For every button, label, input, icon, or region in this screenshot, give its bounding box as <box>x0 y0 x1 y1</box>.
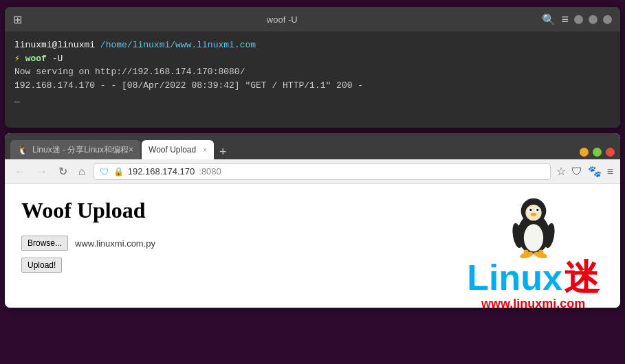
browser-traffic-lights <box>580 148 615 159</box>
tab-inactive-label: Linux迷 - 分享Linux和编程× <box>32 144 133 156</box>
browser-tabbar: 🐧 Linux迷 - 分享Linux和编程× Woof Upload × + <box>5 133 620 159</box>
tab-close-icon[interactable]: × <box>203 146 207 154</box>
website-url: www.linuxmi.com <box>481 297 585 308</box>
browser-tab-inactive[interactable]: 🐧 Linux迷 - 分享Linux和编程× <box>10 140 140 159</box>
terminal-titlebar: ⊞ woof -U 🔍 ≡ <box>5 7 620 32</box>
traffic-light-3 <box>603 15 612 24</box>
svg-rect-14 <box>538 250 543 257</box>
back-button[interactable]: ← <box>12 164 28 179</box>
traffic-red <box>606 148 615 157</box>
address-port: :8080 <box>199 166 221 177</box>
menu-icon[interactable]: ≡ <box>561 12 569 27</box>
linuxmi-logo: Linux迷 <box>467 260 600 295</box>
browser-window: 🐧 Linux迷 - 分享Linux和编程× Woof Upload × + ←… <box>5 133 620 308</box>
traffic-green <box>593 148 602 157</box>
lock-icon: 🔒 <box>113 167 124 177</box>
traffic-yellow <box>580 148 589 157</box>
address-text: 192.168.174.170 <box>128 166 195 177</box>
traffic-light-2 <box>589 15 597 24</box>
tab-favicon-linux: 🐧 <box>17 145 28 155</box>
paw-icon[interactable]: 🐾 <box>588 165 602 178</box>
terminal-line-cmd: ⚡ woof -U <box>14 52 611 66</box>
svg-rect-13 <box>523 250 528 257</box>
terminal-line-prompt: linuxmi@linuxmi /home/linuxmi/www.linuxm… <box>14 38 611 52</box>
browser-toolbar: ← → ↻ ⌂ 🛡 🔒 192.168.174.170:8080 ☆ 🛡 🐾 ≡ <box>5 159 620 184</box>
traffic-light-1 <box>574 15 583 24</box>
linux-text: Linux <box>467 260 562 295</box>
svg-point-8 <box>530 213 536 216</box>
browser-tab-active[interactable]: Woof Upload × <box>142 140 214 159</box>
logo-area: Linux迷 www.linuxmi.com <box>467 191 600 308</box>
browser-content: Woof Upload Browse... www.linuxmi.com.py… <box>5 184 620 308</box>
terminal-output-2: 192.168.174.170 - - [08/Apr/2022 08:39:4… <box>14 79 611 93</box>
browser-menu-icon[interactable]: ≡ <box>607 166 613 178</box>
new-tab-button[interactable]: + <box>215 145 231 159</box>
address-bar[interactable]: 🛡 🔒 192.168.174.170:8080 <box>94 163 551 180</box>
shield-check-icon[interactable]: 🛡 <box>571 166 582 178</box>
reload-button[interactable]: ↻ <box>56 163 70 179</box>
upload-button[interactable]: Upload! <box>21 258 62 273</box>
terminal-window: ⊞ woof -U 🔍 ≡ linuxmi@linuxmi /home/linu… <box>5 7 620 128</box>
shield-icon: 🛡 <box>100 166 109 177</box>
browse-button[interactable]: Browse... <box>21 236 68 251</box>
terminal-title: woof -U <box>267 14 298 25</box>
terminal-titlebar-left: ⊞ <box>13 13 22 26</box>
svg-point-1 <box>523 224 542 251</box>
terminal-cursor: _ <box>14 92 611 106</box>
toolbar-right: ☆ 🛡 🐾 ≡ <box>556 165 613 178</box>
new-tab-icon[interactable]: ⊞ <box>13 13 22 26</box>
file-name: www.linuxmi.com.py <box>75 238 155 249</box>
terminal-titlebar-right: 🔍 ≡ <box>542 12 612 27</box>
mi-text: 迷 <box>564 260 600 295</box>
svg-point-6 <box>529 209 531 211</box>
tab-active-label: Woof Upload <box>149 145 196 155</box>
forward-button[interactable]: → <box>34 164 50 179</box>
svg-point-7 <box>536 209 538 211</box>
bookmark-icon[interactable]: ☆ <box>556 165 566 178</box>
terminal-output-1: Now serving on http://192.168.174.170:80… <box>14 65 611 79</box>
search-icon[interactable]: 🔍 <box>542 13 556 26</box>
tux-image <box>503 191 564 260</box>
terminal-body: linuxmi@linuxmi /home/linuxmi/www.linuxm… <box>5 32 620 128</box>
home-button[interactable]: ⌂ <box>76 164 88 179</box>
